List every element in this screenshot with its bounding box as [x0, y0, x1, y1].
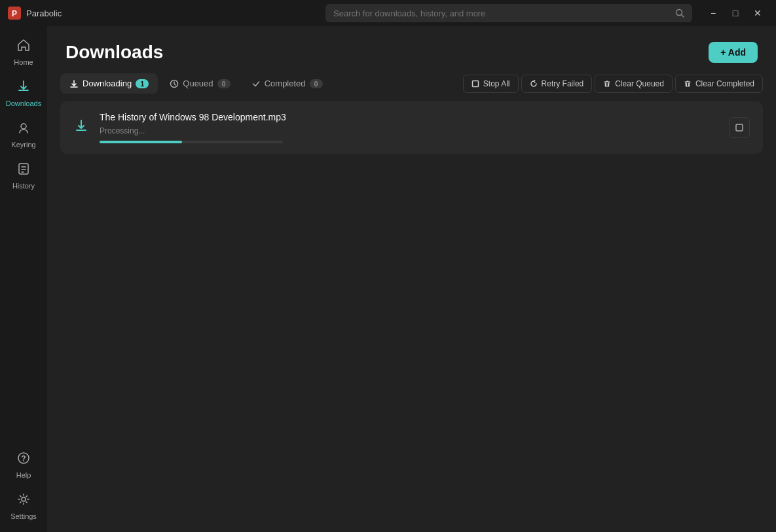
tab-completed-badge: 0	[310, 79, 323, 88]
settings-icon	[16, 492, 31, 510]
search-input[interactable]	[333, 9, 671, 18]
clear-completed-button[interactable]: Clear Completed	[675, 75, 763, 93]
progress-bar-background	[100, 141, 283, 143]
tab-downloading-label: Downloading	[83, 79, 132, 88]
svg-rect-15	[736, 124, 743, 131]
svg-point-4	[21, 124, 26, 129]
search-bar[interactable]	[325, 4, 692, 22]
sidebar-item-history[interactable]: History	[0, 155, 47, 196]
sidebar-item-home[interactable]: Home	[0, 31, 47, 73]
tab-queued-badge: 0	[217, 79, 231, 88]
clear-completed-icon	[684, 80, 692, 88]
sidebar-item-keyring[interactable]: Keyring	[0, 114, 47, 155]
page-header: Downloads + Add	[47, 26, 776, 73]
sidebar-downloads-label: Downloads	[6, 99, 41, 107]
tab-queued[interactable]: Queued 0	[160, 73, 239, 94]
download-filename: The History of Windows 98 Development.mp…	[100, 112, 718, 122]
help-icon: ?	[16, 451, 31, 469]
tab-completed[interactable]: Completed 0	[242, 73, 332, 94]
sidebar: Home Downloads Keyring	[0, 26, 47, 532]
window-controls: − □ ✕	[703, 4, 768, 22]
svg-point-11	[22, 497, 26, 501]
completed-tab-icon	[251, 79, 261, 88]
downloading-tab-icon	[69, 79, 79, 88]
svg-text:?: ?	[21, 454, 26, 463]
home-icon	[16, 38, 31, 56]
page-title: Downloads	[65, 42, 163, 63]
svg-rect-14	[472, 80, 478, 86]
add-button[interactable]: + Add	[709, 42, 758, 63]
clear-queued-label: Clear Queued	[615, 79, 664, 88]
app-name: Parabolic	[26, 9, 62, 18]
titlebar: P Parabolic − □ ✕	[0, 0, 776, 26]
download-info: The History of Windows 98 Development.mp…	[100, 112, 718, 143]
sidebar-history-label: History	[12, 182, 35, 190]
search-icon	[675, 9, 684, 18]
stop-all-label: Stop All	[483, 79, 510, 88]
maximize-button[interactable]: □	[725, 4, 746, 22]
sidebar-item-downloads[interactable]: Downloads	[0, 73, 47, 114]
sidebar-item-settings[interactable]: Settings	[0, 486, 47, 527]
tab-queued-label: Queued	[183, 79, 213, 88]
keyring-icon	[16, 120, 31, 138]
app-body: Home Downloads Keyring	[0, 26, 776, 532]
stop-all-button[interactable]: Stop All	[463, 75, 519, 93]
download-status: Processing...	[100, 126, 718, 135]
stop-icon	[735, 123, 744, 132]
progress-bar-fill	[100, 141, 182, 143]
tab-downloading-badge: 1	[136, 79, 149, 88]
table-row: The History of Windows 98 Development.mp…	[60, 101, 763, 154]
download-item-icon	[73, 118, 89, 137]
titlebar-logo: P Parabolic	[8, 7, 325, 20]
tab-downloading[interactable]: Downloading 1	[60, 73, 158, 94]
download-stop-button[interactable]	[729, 117, 750, 138]
minimize-button[interactable]: −	[703, 4, 724, 22]
tab-completed-label: Completed	[265, 79, 306, 88]
sidebar-item-help[interactable]: ? Help	[0, 444, 47, 486]
retry-failed-icon	[530, 80, 538, 88]
svg-text:P: P	[12, 9, 17, 18]
sidebar-home-label: Home	[14, 58, 33, 66]
stop-all-icon	[471, 80, 479, 88]
sidebar-settings-label: Settings	[10, 512, 37, 520]
svg-line-3	[682, 15, 684, 18]
clear-completed-label: Clear Completed	[695, 79, 754, 88]
sidebar-help-label: Help	[16, 471, 31, 479]
retry-failed-label: Retry Failed	[542, 79, 584, 88]
history-icon	[16, 162, 31, 179]
queued-tab-icon	[170, 79, 179, 88]
toolbar: Downloading 1 Queued 0 Completed 0	[47, 73, 776, 101]
clear-queued-icon	[603, 80, 611, 88]
download-nav-icon	[16, 79, 31, 97]
main-content: Downloads + Add Downloading 1 Queued	[47, 26, 776, 532]
sidebar-keyring-label: Keyring	[11, 141, 35, 149]
retry-failed-button[interactable]: Retry Failed	[521, 75, 593, 93]
app-logo-icon: P	[8, 7, 21, 20]
close-button[interactable]: ✕	[747, 4, 768, 22]
downloads-list: The History of Windows 98 Development.mp…	[47, 101, 776, 159]
clear-queued-button[interactable]: Clear Queued	[595, 75, 673, 93]
